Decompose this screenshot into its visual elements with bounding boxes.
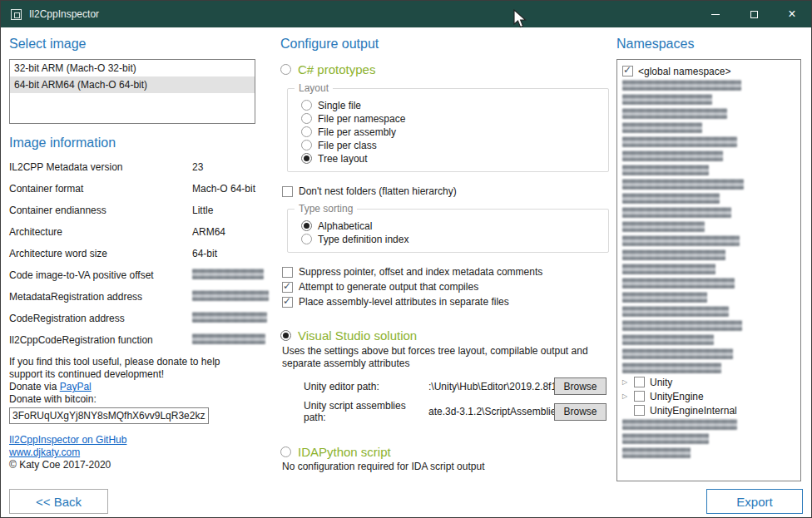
redacted-namespace-item[interactable] [621, 163, 797, 177]
radio-icon[interactable] [301, 140, 312, 150]
checkbox-icon[interactable] [282, 267, 293, 278]
browse-unity-editor-button[interactable]: Browse [554, 377, 607, 395]
redacted-namespace-item[interactable] [621, 290, 797, 304]
checkbox-icon-checked[interactable] [282, 282, 293, 293]
namespace-item-unity[interactable]: ▷ Unity [621, 375, 797, 389]
unity-script-path-row: Unity script assemblies path: ate.3d-3.1… [304, 400, 607, 423]
redacted-text [622, 249, 725, 260]
close-icon: × [788, 7, 795, 21]
redacted-namespace-item[interactable] [621, 248, 797, 262]
titlebar[interactable]: Il2CppInspector × [1, 1, 811, 27]
namespace-item-unityengineinternal[interactable]: UnityEngineInternal [621, 403, 797, 417]
redacted-namespace-item[interactable] [621, 205, 797, 220]
redacted-value [192, 312, 267, 323]
info-label: MetadataRegistration address [9, 291, 192, 303]
radio-label: File per namespace [318, 113, 405, 125]
expander-icon[interactable]: ▷ [622, 379, 629, 386]
checkbox-icon[interactable] [634, 377, 645, 387]
checkbox-icon-checked[interactable] [622, 66, 633, 76]
namespace-label: <global namespace> [638, 66, 730, 77]
redacted-namespace-item[interactable] [621, 106, 797, 121]
paypal-link[interactable]: PayPal [60, 381, 92, 392]
image-list-item[interactable]: 32-bit ARM (Mach-O 32-bit) [10, 60, 255, 76]
info-row: Code image-to-VA positive offset [9, 269, 255, 280]
radio-icon[interactable] [301, 100, 312, 111]
radio-icon-selected[interactable] [280, 330, 291, 341]
suppress-metadata-checkbox[interactable]: Suppress pointer, offset and index metad… [280, 266, 609, 278]
redacted-namespace-item[interactable] [621, 220, 797, 234]
info-value: Mach-O 64-bit [192, 183, 255, 195]
namespace-list[interactable]: <global namespace> ▷ [616, 59, 801, 481]
redacted-namespace-item[interactable] [621, 149, 797, 163]
redacted-text [622, 348, 733, 359]
image-list-item-selected[interactable]: 64-bit ARM64 (Mach-O 64-bit) [10, 76, 255, 93]
radio-option-type-definition-index[interactable]: Type definition index [301, 233, 602, 245]
radio-icon[interactable] [301, 126, 312, 137]
radio-option-alphabetical[interactable]: Alphabetical [301, 220, 602, 232]
radio-icon-selected[interactable] [301, 220, 312, 231]
radio-option-single-file[interactable]: Single file [301, 99, 602, 111]
radio-option-file-per-class[interactable]: File per class [301, 139, 602, 151]
redacted-namespace-item[interactable] [621, 446, 797, 460]
image-info-heading: Image information [9, 136, 255, 150]
website-link[interactable]: www.djkaty.com [9, 446, 80, 458]
redacted-namespace-item[interactable] [621, 318, 797, 333]
redacted-namespace-item[interactable] [621, 276, 797, 290]
window-controls: × [696, 1, 811, 27]
csharp-prototypes-radio[interactable]: C# prototypes [280, 62, 609, 76]
radio-label: C# prototypes [298, 62, 375, 76]
flatten-hierarchy-checkbox[interactable]: Don't nest folders (flatten hierarchy) [280, 185, 609, 197]
browse-unity-script-button[interactable]: Browse [554, 403, 607, 421]
redacted-namespace-item[interactable] [621, 121, 797, 135]
app-window: Il2CppInspector × Select image 32-bit AR… [0, 0, 812, 518]
radio-icon[interactable] [280, 64, 291, 75]
redacted-namespace-item[interactable] [621, 262, 797, 276]
radio-icon[interactable] [301, 113, 312, 124]
redacted-namespace-item[interactable] [621, 417, 797, 432]
separate-attributes-checkbox[interactable]: Place assembly-level attributes in separ… [280, 296, 609, 308]
checkbox-icon-checked[interactable] [282, 297, 293, 308]
close-button[interactable]: × [773, 1, 811, 27]
redacted-namespace-item[interactable] [621, 135, 797, 149]
redacted-text [622, 363, 721, 373]
redacted-namespace-item[interactable] [621, 333, 797, 347]
redacted-namespace-item[interactable] [621, 432, 797, 446]
radio-icon[interactable] [301, 234, 312, 244]
redacted-text [622, 264, 715, 274]
export-button[interactable]: Export [706, 489, 803, 514]
radio-option-file-per-assembly[interactable]: File per assembly [301, 126, 602, 138]
radio-icon[interactable] [280, 446, 291, 457]
compilable-output-checkbox[interactable]: Attempt to generate output that compiles [280, 281, 609, 293]
redacted-namespace-item[interactable] [621, 304, 797, 318]
github-link[interactable]: Il2CppInspector on GitHub [9, 434, 126, 446]
radio-option-tree-layout[interactable]: Tree layout [301, 152, 602, 165]
redacted-namespace-item[interactable] [621, 361, 797, 375]
checkbox-icon[interactable] [634, 391, 645, 402]
image-info-table: IL2CPP Metadata version 23 Container for… [9, 161, 255, 345]
redacted-namespace-item[interactable] [621, 347, 797, 361]
bitcoin-address-input[interactable] [9, 407, 209, 424]
namespace-item-global[interactable]: <global namespace> [621, 64, 797, 78]
select-image-heading: Select image [9, 37, 255, 52]
expander-icon[interactable]: ▷ [622, 393, 629, 400]
redacted-namespace-item[interactable] [621, 78, 797, 92]
redacted-namespace-item[interactable] [621, 177, 797, 191]
namespace-item-unityengine[interactable]: ▷ UnityEngine [621, 389, 797, 403]
maximize-button[interactable] [735, 1, 773, 27]
redacted-namespace-item[interactable] [621, 92, 797, 106]
redacted-namespace-item[interactable] [621, 191, 797, 205]
namespace-label: UnityEngineInternal [650, 405, 737, 417]
minimize-button[interactable] [696, 1, 735, 27]
image-listbox[interactable]: 32-bit ARM (Mach-O 32-bit) 64-bit ARM64 … [9, 59, 255, 124]
namespaces-column: Namespaces <global namespace> [616, 27, 805, 518]
checkbox-icon[interactable] [634, 405, 645, 416]
radio-icon-selected[interactable] [301, 153, 312, 164]
back-button[interactable]: << Back [9, 489, 108, 514]
redacted-namespace-item[interactable] [621, 234, 797, 248]
minimize-icon [711, 14, 720, 15]
radio-option-file-per-namespace[interactable]: File per namespace [301, 112, 602, 125]
type-sorting-group-title: Type sorting [295, 203, 357, 215]
visual-studio-solution-radio[interactable]: Visual Studio solution [280, 328, 609, 343]
checkbox-icon[interactable] [282, 186, 293, 197]
idapython-script-radio[interactable]: IDAPython script [280, 445, 609, 459]
